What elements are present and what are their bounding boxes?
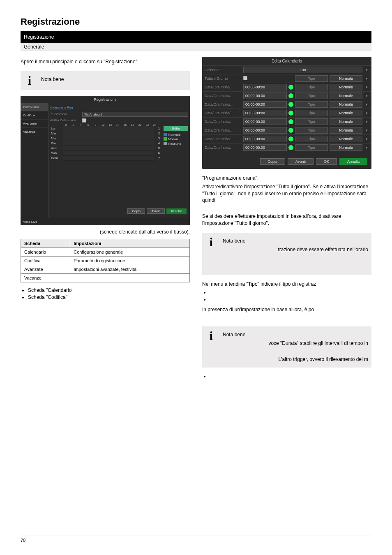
select-tipo[interactable]: Normale — [330, 110, 362, 116]
legend-swatch-nessuno — [164, 142, 167, 145]
label-telecamera: Telecamera — [50, 112, 80, 116]
window-title: Registrazione — [21, 96, 190, 103]
copia-button[interactable]: Copia — [260, 158, 286, 165]
select-tipo[interactable]: Normale — [330, 75, 362, 82]
select-telecamera[interactable]: Tlc Analog 1 — [82, 112, 188, 117]
table-cell: Calendario — [21, 247, 70, 256]
annulla-button[interactable]: Annulla — [339, 158, 367, 165]
list-item: Scheda "Codifica" — [28, 294, 190, 300]
label-tipo: Tipo — [295, 127, 328, 134]
info-title: Nota bene — [41, 76, 187, 83]
chevron-down-icon: ▾ — [364, 85, 369, 89]
time-range-input[interactable]: 00:00-00:00 — [243, 84, 287, 90]
paragraph: Se si desidera effettuare impostazioni i… — [202, 213, 371, 227]
checkbox-tutto-il-giorno[interactable] — [243, 76, 247, 80]
list-item — [210, 289, 371, 295]
table-cell: Vacanze — [21, 273, 70, 282]
select-tipo[interactable]: Normale — [330, 144, 362, 151]
sidebar-item-vacanze[interactable]: Vacanze — [21, 128, 48, 136]
info-title: Nota bene — [223, 331, 368, 338]
table-cell: Configurazione generale — [70, 247, 190, 256]
time-range-input[interactable]: 00:00-00:00 — [243, 144, 287, 151]
indietro-button[interactable]: Indietro — [166, 208, 187, 214]
schedule-grid[interactable] — [63, 126, 154, 161]
day-label: Ven — [50, 146, 62, 151]
label-data-ora: Data/Ora Inizio/... — [205, 128, 242, 132]
schede-table: SchedaImpostazioni CalendarioConfigurazi… — [21, 239, 190, 282]
time-range-input[interactable]: 00:00-00:00 — [243, 110, 287, 116]
clock-icon[interactable] — [288, 145, 293, 150]
table-cell: Codifica — [21, 256, 70, 265]
clock-icon[interactable] — [288, 85, 293, 90]
legend-swatch-motion — [164, 137, 167, 141]
label-calendario: Calendario — [205, 68, 242, 72]
chevron-down-icon: ▾ — [364, 68, 369, 72]
select-tipo[interactable]: Normale — [330, 127, 362, 134]
edit-button[interactable]: Edita — [164, 126, 188, 131]
sidebar-item-avanzate[interactable]: Avanzate — [21, 120, 48, 128]
clock-icon[interactable] — [288, 136, 293, 141]
chevron-down-icon: ▾ — [364, 137, 369, 141]
clock-icon[interactable] — [288, 119, 293, 124]
select-tipo[interactable]: Normale — [330, 118, 362, 125]
screenshot-registrazione: Registrazione Calendario Codifica Avanza… — [21, 96, 190, 225]
sidebar-item-calendario[interactable]: Calendario — [21, 103, 48, 111]
clock-icon[interactable] — [288, 111, 293, 116]
select-tipo[interactable]: Normale — [330, 101, 362, 108]
select-tipo[interactable]: Normale — [330, 84, 362, 90]
clock-icon[interactable] — [288, 102, 293, 107]
table-cell — [70, 273, 190, 282]
page-title: Registrazione — [21, 16, 371, 27]
paragraph: In presenza di un'impostazione in base a… — [202, 306, 371, 313]
paragraph: Attivare/disattivare l'impostazione "Tut… — [202, 183, 371, 204]
day-label: Dom — [50, 156, 62, 161]
clock-icon[interactable] — [288, 93, 293, 98]
vista-live-link[interactable]: Vista Live — [21, 218, 190, 225]
section-gray-bar: Generale — [21, 43, 371, 51]
label-tipo: Tipo — [295, 136, 328, 142]
time-range-input[interactable]: 00:00-00:00 — [243, 92, 287, 99]
label-tipo: Tipo — [295, 92, 328, 99]
avanti-button[interactable]: Avanti — [147, 208, 165, 214]
time-range-input[interactable]: 00:00-00:00 — [243, 101, 287, 108]
time-range-input[interactable]: 00:00-00:00 — [243, 127, 287, 134]
hour-ticks: 024681012141618202224 — [50, 123, 188, 126]
legend-label: Motion — [168, 137, 178, 141]
checkbox-abilita-calendario[interactable] — [82, 118, 86, 123]
info-icon: i — [205, 330, 217, 364]
time-range-input[interactable]: 00:00-00:00 — [243, 118, 287, 125]
caption: (schede elencate dall'alto verso il bass… — [21, 229, 190, 236]
label-tipo: Tipo — [295, 110, 328, 116]
legend-label: Normale — [168, 133, 180, 136]
sidebar-item-codifica[interactable]: Codifica — [21, 111, 48, 120]
clock-icon[interactable] — [288, 128, 293, 133]
list-item — [210, 373, 371, 379]
avanti-button[interactable]: Avanti — [288, 158, 314, 165]
select-tipo[interactable]: Normale — [330, 136, 362, 142]
chevron-down-icon: ▾ — [364, 146, 369, 150]
paragraph: Nel menu a tendina "Tipo" indicare il ti… — [202, 281, 371, 288]
label-tipo: Tipo — [295, 144, 328, 151]
day-label: Gio — [50, 141, 62, 146]
select-tipo[interactable]: Normale — [330, 92, 362, 99]
label-data-ora: Data/Ora Inizio/... — [205, 111, 242, 115]
chevron-down-icon: ▾ — [364, 111, 369, 115]
chevron-down-icon: ▾ — [364, 128, 369, 132]
label-data-ora: Data/Ora Inizio/... — [205, 94, 242, 98]
select-calendario-day[interactable]: Lun — [243, 67, 362, 73]
label-data-ora: Data/Ora Inizio/... — [205, 146, 242, 150]
tab-calendario-reg[interactable]: Calendario Reg — [50, 105, 188, 111]
paragraph: "Programmazione oraria". — [202, 175, 371, 182]
table-header: Scheda — [21, 239, 70, 247]
label-data-ora: Data/Ora Inizio/... — [205, 120, 242, 124]
time-range-input[interactable]: 00:00-00:00 — [243, 136, 287, 142]
label-tipo: Tipo — [295, 84, 328, 90]
info-icon: i — [205, 236, 217, 272]
label-tipo: Tipo — [295, 101, 328, 108]
info-icon: i — [24, 74, 35, 87]
label-tipo: Tipo — [295, 75, 328, 82]
info-body: trazione deve essere effettuata nell'ora… — [223, 246, 368, 253]
ok-button[interactable]: OK — [316, 158, 337, 165]
copia-button[interactable]: Copia — [127, 208, 145, 214]
label-data-ora: Data/Ora Inizio/... — [205, 85, 242, 89]
